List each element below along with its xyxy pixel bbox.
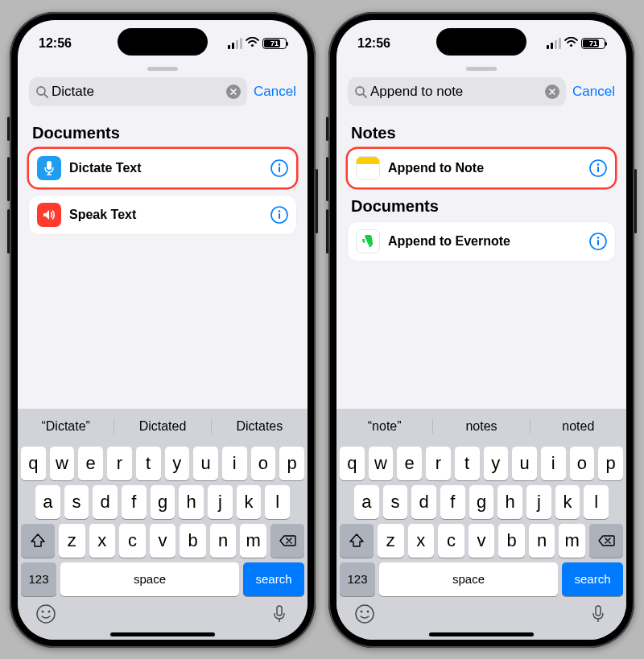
search-field[interactable]: Dictate — [29, 77, 247, 106]
key-b[interactable]: b — [180, 524, 206, 558]
key-u[interactable]: u — [193, 447, 218, 480]
key-q[interactable]: q — [340, 447, 365, 480]
key-n[interactable]: n — [210, 524, 237, 558]
search-key[interactable]: search — [243, 562, 304, 596]
action-speak-text[interactable]: Speak Text — [29, 196, 296, 234]
action-append-to-note[interactable]: Append to Note — [348, 149, 615, 187]
sheet-grab-handle[interactable] — [147, 67, 178, 71]
search-key[interactable]: search — [562, 562, 623, 596]
cancel-button[interactable]: Cancel — [254, 84, 296, 100]
key-b[interactable]: b — [498, 524, 525, 558]
clear-search-button[interactable] — [226, 84, 241, 99]
info-button[interactable] — [589, 233, 607, 250]
key-x[interactable]: x — [89, 524, 116, 558]
backspace-key[interactable] — [270, 524, 304, 558]
key-j[interactable]: j — [208, 485, 233, 519]
key-s[interactable]: s — [383, 485, 408, 519]
key-e[interactable]: e — [397, 447, 422, 480]
key-p[interactable]: p — [279, 447, 304, 480]
shift-key[interactable] — [340, 524, 374, 558]
key-w[interactable]: w — [369, 447, 394, 480]
search-field[interactable]: Append to note — [348, 77, 566, 106]
keyboard[interactable]: “Dictate” Dictated Dictates qwertyuiop a… — [18, 409, 308, 640]
suggestion-3[interactable]: noted — [530, 419, 626, 434]
action-dictate-text[interactable]: Dictate Text — [29, 149, 296, 187]
info-button[interactable] — [270, 206, 288, 224]
key-z[interactable]: z — [59, 524, 85, 558]
clear-search-button[interactable] — [545, 84, 559, 99]
cancel-button[interactable]: Cancel — [572, 84, 615, 100]
backspace-key[interactable] — [589, 524, 623, 558]
key-m[interactable]: m — [559, 524, 585, 558]
home-indicator[interactable] — [429, 632, 534, 636]
numbers-key[interactable]: 123 — [340, 562, 375, 596]
key-k[interactable]: k — [555, 485, 580, 519]
key-n[interactable]: n — [529, 524, 555, 558]
info-button[interactable] — [589, 159, 607, 177]
cellular-icon — [228, 38, 242, 49]
results-right: Notes Append to Note Documents Append to… — [336, 114, 626, 409]
key-s[interactable]: s — [64, 485, 89, 519]
key-h[interactable]: h — [179, 485, 204, 519]
shift-key[interactable] — [21, 524, 55, 558]
dictate-key[interactable] — [588, 603, 609, 628]
key-z[interactable]: z — [378, 524, 404, 558]
key-r[interactable]: r — [107, 447, 132, 480]
key-o[interactable]: o — [251, 447, 276, 480]
key-h[interactable]: h — [497, 485, 522, 519]
quicktype-bar[interactable]: “Dictate” Dictated Dictates — [18, 409, 308, 444]
suggestion-2[interactable]: Dictated — [114, 419, 211, 434]
suggestion-1[interactable]: “Dictate” — [18, 419, 114, 434]
results-left: Documents Dictate Text Speak Text — [18, 114, 308, 409]
suggestion-1[interactable]: “note” — [336, 419, 433, 434]
key-a[interactable]: a — [354, 485, 379, 519]
key-i[interactable]: i — [222, 447, 247, 480]
home-indicator[interactable] — [110, 632, 215, 636]
key-w[interactable]: w — [50, 447, 75, 480]
key-l[interactable]: l — [584, 485, 609, 519]
key-c[interactable]: c — [119, 524, 146, 558]
key-f[interactable]: f — [122, 485, 147, 519]
sheet-grab-handle[interactable] — [466, 67, 497, 71]
emoji-key[interactable] — [354, 603, 375, 628]
space-key[interactable]: space — [379, 562, 558, 596]
key-c[interactable]: c — [438, 524, 464, 558]
key-v[interactable]: v — [469, 524, 495, 558]
key-d[interactable]: d — [411, 485, 436, 519]
keyboard[interactable]: “note” notes noted qwertyuiop asdfghjkl … — [336, 409, 626, 640]
quicktype-bar[interactable]: “note” notes noted — [336, 409, 626, 444]
key-m[interactable]: m — [240, 524, 266, 558]
key-y[interactable]: y — [165, 447, 190, 480]
suggestion-2[interactable]: notes — [433, 419, 530, 434]
key-x[interactable]: x — [408, 524, 435, 558]
key-r[interactable]: r — [426, 447, 451, 480]
space-key[interactable]: space — [60, 562, 239, 596]
key-g[interactable]: g — [151, 485, 175, 519]
key-y[interactable]: y — [484, 447, 509, 480]
key-d[interactable]: d — [93, 485, 118, 519]
key-i[interactable]: i — [541, 447, 566, 480]
key-g[interactable]: g — [469, 485, 494, 519]
suggestion-3[interactable]: Dictates — [212, 419, 308, 434]
key-a[interactable]: a — [35, 485, 60, 519]
search-input[interactable]: Append to note — [370, 84, 542, 100]
key-t[interactable]: t — [455, 447, 480, 480]
key-t[interactable]: t — [136, 447, 161, 480]
key-o[interactable]: o — [570, 447, 595, 480]
key-p[interactable]: p — [598, 447, 623, 480]
key-u[interactable]: u — [512, 447, 537, 480]
key-f[interactable]: f — [440, 485, 465, 519]
section-header: Documents — [32, 124, 293, 142]
key-k[interactable]: k — [237, 485, 262, 519]
key-e[interactable]: e — [78, 447, 103, 480]
search-input[interactable]: Dictate — [52, 84, 223, 100]
emoji-key[interactable] — [35, 603, 56, 628]
key-q[interactable]: q — [21, 447, 46, 480]
numbers-key[interactable]: 123 — [21, 562, 56, 596]
dictate-key[interactable] — [269, 603, 290, 628]
key-j[interactable]: j — [526, 485, 551, 519]
action-append-to-evernote[interactable]: Append to Evernote — [348, 222, 615, 261]
info-button[interactable] — [270, 159, 288, 177]
key-l[interactable]: l — [265, 485, 290, 519]
key-v[interactable]: v — [150, 524, 176, 558]
